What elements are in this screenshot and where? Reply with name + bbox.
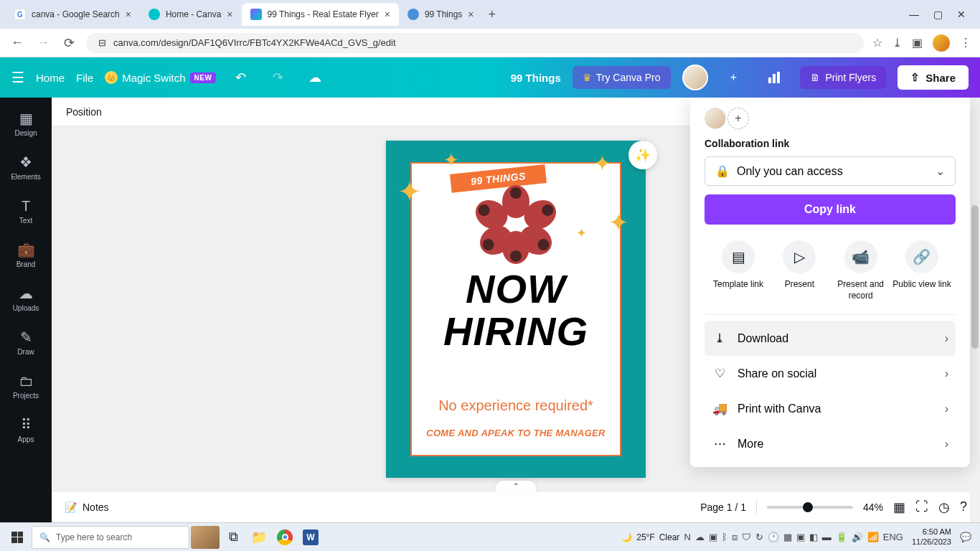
volume-tray-icon[interactable]: 🔊 — [852, 532, 863, 542]
present-button[interactable]: ▷ Present — [770, 240, 829, 301]
bluetooth-tray-icon[interactable]: ᛒ — [722, 532, 727, 542]
browser-tab-3[interactable]: 99 Things × — [399, 3, 483, 26]
url-input[interactable]: ⊟ canva.com/design/DAF1Q6VIrrc/FBTc4YX2K… — [86, 33, 864, 53]
taskbar-clock[interactable]: 6:50 AM 11/26/2023 — [912, 527, 951, 546]
download-icon[interactable]: ⤓ — [892, 36, 902, 50]
rail-brand[interactable]: 💼Brand — [0, 235, 52, 276]
site-info-icon[interactable]: ⊟ — [96, 37, 108, 49]
battery-tray-icon[interactable]: 🔋 — [836, 532, 847, 542]
vertical-scrollbar[interactable] — [970, 98, 980, 522]
undo-button[interactable]: ↶ — [227, 65, 253, 90]
notes-button[interactable]: 📝 Notes — [65, 501, 109, 513]
kebab-menu-icon[interactable]: ⋮ — [960, 36, 971, 50]
print-flyers-button[interactable]: 🗎 Print Flyers — [800, 66, 887, 89]
scrollbar-thumb[interactable] — [971, 205, 979, 349]
flyer-subtext-1[interactable]: No experience required* — [386, 397, 646, 414]
share-button[interactable]: ⇧ Share — [897, 65, 969, 90]
box-tray-icon[interactable]: ▣ — [709, 532, 717, 542]
owner-avatar[interactable] — [705, 108, 726, 129]
task-view-icon[interactable]: ⧉ — [221, 526, 245, 549]
timer-icon[interactable]: ◷ — [938, 499, 950, 515]
access-dropdown[interactable]: 🔒 Only you can access ⌄ — [705, 156, 956, 186]
redo-button[interactable]: ↷ — [265, 65, 291, 90]
zoom-slider-thumb[interactable] — [803, 502, 813, 512]
present-record-button[interactable]: 📹 Present and record — [831, 240, 890, 301]
rail-uploads[interactable]: ☁Uploads — [0, 278, 52, 319]
task-thumb[interactable] — [191, 526, 220, 549]
try-pro-button[interactable]: ♛ Try Canva Pro — [573, 66, 671, 89]
wifi-tray-icon[interactable]: 📶 — [867, 532, 879, 542]
fullscreen-icon[interactable]: ⛶ — [915, 499, 928, 514]
taskbar-search[interactable]: 🔍 Type here to search — [32, 526, 189, 549]
notifications-icon[interactable]: 💬 — [960, 532, 971, 542]
word-icon[interactable]: W — [298, 526, 323, 549]
flyer-headline[interactable]: NOW HIRING — [386, 268, 646, 353]
flyer-subtext-2[interactable]: COME AND APEAK TO THE MANAGER — [386, 428, 646, 438]
close-icon[interactable]: × — [468, 9, 473, 20]
document-title[interactable]: 99 Things — [511, 72, 561, 84]
rail-apps[interactable]: ⠿Apps — [0, 410, 52, 451]
close-window-button[interactable]: ✕ — [957, 9, 966, 20]
magic-switch-button[interactable]: 👑 Magic Switch NEW — [105, 71, 216, 84]
browser-tab-1[interactable]: Home - Canva × — [140, 3, 242, 26]
collaborator-avatar[interactable] — [682, 65, 708, 90]
add-collaborator-button[interactable]: + — [720, 63, 748, 92]
analytics-button[interactable] — [760, 63, 788, 92]
grid-view-icon[interactable]: ▦ — [893, 499, 905, 515]
sync-tray-icon[interactable]: ↻ — [755, 532, 763, 542]
rail-design[interactable]: ▦Design — [0, 103, 52, 144]
onedrive-tray-icon[interactable]: ☁ — [695, 532, 705, 542]
bookmark-icon[interactable]: ☆ — [872, 36, 882, 50]
public-view-link-button[interactable]: 🔗 Public view link — [892, 240, 951, 301]
rail-elements[interactable]: ❖Elements — [0, 147, 52, 188]
onenote-tray-icon[interactable]: N — [684, 532, 690, 542]
hamburger-icon[interactable]: ☰ — [11, 69, 24, 86]
zoom-value[interactable]: 44% — [863, 501, 883, 513]
position-button[interactable]: Position — [66, 106, 102, 118]
profile-avatar[interactable] — [933, 34, 950, 52]
app-tray-icon[interactable]: ▦ — [783, 532, 792, 542]
start-button[interactable] — [4, 526, 30, 549]
close-icon[interactable]: × — [227, 9, 232, 20]
print-canva-row[interactable]: 🚚 Print with Canva › — [705, 391, 956, 426]
back-button[interactable]: ← — [9, 34, 26, 52]
flyer-canvas[interactable]: ✦ ✦ ✦ ✦ ✦ 99 THINGS NOW HIRING No experi… — [386, 141, 646, 478]
copy-link-button[interactable]: Copy link — [705, 194, 956, 225]
gpu-tray-icon[interactable]: ▬ — [822, 532, 831, 542]
add-person-button[interactable]: + — [727, 108, 749, 129]
regenerate-button[interactable]: ✨ — [628, 141, 657, 169]
dropbox-tray-icon[interactable]: ⧈ — [732, 532, 738, 543]
minimize-button[interactable]: — — [909, 9, 919, 20]
download-row[interactable]: ⤓ Download › — [705, 321, 956, 356]
browser-tab-0[interactable]: G canva - Google Search × — [6, 3, 140, 26]
security-tray-icon[interactable]: 🛡 — [742, 532, 751, 542]
help-icon[interactable]: ? — [960, 499, 967, 514]
zoom-slider[interactable] — [767, 506, 853, 509]
rail-text[interactable]: TText — [0, 191, 52, 232]
clock-tray-icon[interactable]: 🕐 — [768, 532, 779, 542]
file-menu[interactable]: File — [76, 72, 93, 84]
close-icon[interactable]: × — [126, 9, 131, 20]
file-explorer-icon[interactable]: 📁 — [247, 526, 271, 549]
weather-widget[interactable]: 🌙 25°F Clear — [621, 532, 679, 542]
cloud-sync-icon[interactable]: ☁ — [302, 65, 328, 90]
maximize-button[interactable]: ▢ — [933, 9, 943, 20]
app-tray-icon-3[interactable]: ◧ — [809, 532, 818, 542]
language-indicator[interactable]: ENG — [883, 532, 903, 542]
reader-icon[interactable]: ▣ — [912, 36, 923, 50]
more-row[interactable]: ⋯ More › — [705, 426, 956, 461]
browser-tab-2[interactable]: 99 Things - Real Estate Flyer × — [242, 3, 399, 26]
home-link[interactable]: Home — [36, 72, 65, 84]
chrome-icon[interactable] — [273, 526, 297, 549]
rail-projects[interactable]: 🗀Projects — [0, 366, 52, 407]
template-link-button[interactable]: ▤ Template link — [709, 240, 768, 301]
forward-button[interactable]: → — [34, 34, 52, 52]
app-tray-icon-2[interactable]: ▣ — [796, 532, 805, 542]
reload-button[interactable]: ⟳ — [60, 34, 77, 52]
close-icon[interactable]: × — [385, 9, 390, 20]
new-tab-button[interactable]: + — [483, 4, 502, 25]
rail-draw[interactable]: ✎Draw — [0, 322, 52, 363]
flower-graphic[interactable] — [476, 185, 555, 264]
share-social-row[interactable]: ♡ Share on social › — [705, 356, 956, 391]
page-handle[interactable]: ⌃ — [496, 481, 536, 492]
